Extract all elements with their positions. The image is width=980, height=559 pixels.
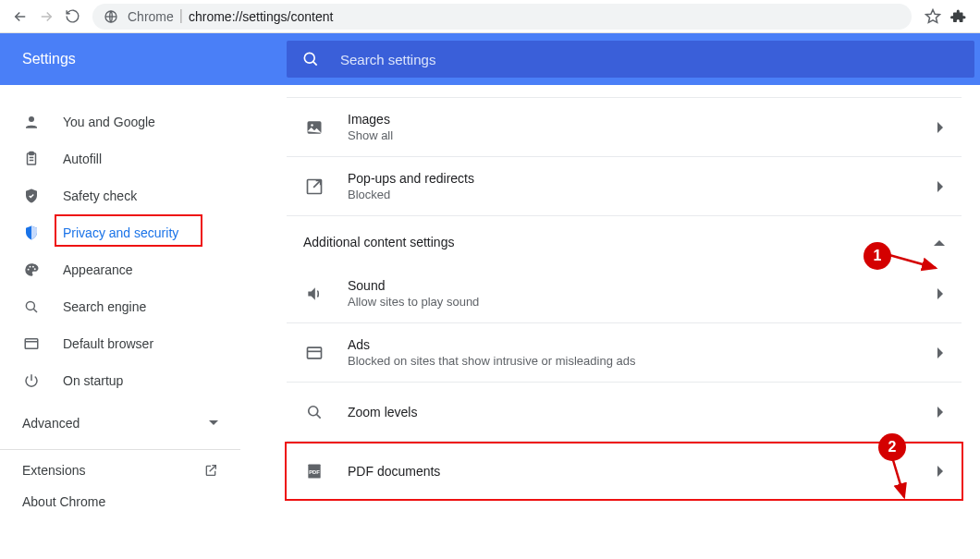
row-title: PDF documents (348, 464, 937, 479)
sidebar-item-default-browser[interactable]: Default browser (0, 325, 240, 362)
settings-search[interactable]: Search settings (287, 41, 974, 78)
browser-window-icon (22, 335, 41, 352)
shield-check-icon (22, 188, 41, 204)
reload-button[interactable] (59, 4, 85, 30)
svg-point-1 (304, 53, 314, 63)
clipboard-icon (22, 151, 41, 167)
settings-title: Settings (22, 51, 287, 67)
row-title: Zoom levels (348, 405, 937, 419)
image-icon (303, 118, 325, 137)
back-button[interactable] (7, 4, 33, 30)
annotation-arrow-2 (886, 458, 923, 504)
sidebar-item-privacy-security[interactable]: Privacy and security (0, 214, 240, 251)
row-sound[interactable]: Sound Allow sites to play sound (287, 264, 962, 323)
caret-down-icon (209, 419, 218, 428)
row-title: Sound (348, 278, 937, 293)
security-shield-icon (22, 225, 41, 241)
extensions-icon[interactable] (950, 8, 967, 25)
zoom-icon (303, 403, 325, 421)
row-images[interactable]: Images Show all (287, 98, 962, 157)
svg-point-12 (311, 124, 313, 127)
row-subtitle: Show all (348, 128, 937, 142)
sidebar-item-on-startup[interactable]: On startup (0, 362, 240, 399)
row-title: Pop-ups and redirects (348, 171, 937, 186)
annotation-badge-2: 2 (878, 433, 906, 461)
svg-point-5 (28, 269, 30, 271)
row-zoom-levels[interactable]: Zoom levels (287, 383, 962, 442)
magnifier-icon (22, 298, 41, 315)
svg-point-6 (30, 266, 31, 268)
sidebar-label: Safety check (63, 188, 137, 203)
sidebar-label: You and Google (63, 115, 155, 129)
svg-point-15 (309, 406, 318, 415)
sidebar-label: Appearance (63, 262, 133, 277)
annotation-arrow-1 (888, 251, 943, 279)
sidebar-extensions[interactable]: Extensions (0, 450, 240, 491)
external-link-icon (203, 463, 218, 478)
chevron-right-icon (937, 288, 945, 299)
svg-rect-14 (308, 347, 322, 358)
popup-icon (303, 177, 325, 196)
section-additional-content[interactable]: Additional content settings (287, 216, 962, 264)
forward-button[interactable] (33, 4, 59, 30)
section-header-label: Additional content settings (303, 235, 454, 249)
row-title: Images (348, 112, 937, 127)
chevron-right-icon (937, 466, 945, 477)
row-subtitle: Blocked (348, 188, 937, 201)
settings-header: Settings Search settings (0, 33, 980, 85)
svg-text:PDF: PDF (309, 469, 320, 475)
chevron-right-icon (937, 407, 945, 418)
settings-sidebar: You and Google Autofill Safety check Pri… (0, 85, 240, 559)
address-bar[interactable]: Chrome | chrome://settings/content (92, 4, 912, 30)
svg-rect-4 (30, 152, 34, 155)
chevron-up-icon (934, 238, 945, 246)
annotation-badge-1: 1 (864, 242, 891, 270)
content-pane: Images Show all Pop-ups and redirects Bl… (240, 85, 980, 559)
svg-rect-10 (25, 339, 38, 349)
sidebar-advanced[interactable]: Advanced (0, 399, 240, 442)
palette-icon (22, 261, 41, 278)
sidebar-item-search-engine[interactable]: Search engine (0, 288, 240, 325)
svg-point-8 (34, 268, 36, 270)
site-info-icon[interactable] (104, 9, 118, 24)
chevron-right-icon (937, 181, 945, 192)
url-text: chrome://settings/content (189, 9, 333, 24)
sidebar-item-autofill[interactable]: Autofill (0, 140, 240, 177)
cutoff-row (287, 85, 962, 98)
person-icon (22, 114, 41, 130)
row-pdf-documents[interactable]: PDF PDF documents (285, 442, 963, 501)
row-popups-redirects[interactable]: Pop-ups and redirects Blocked (287, 157, 962, 216)
browser-toolbar: Chrome | chrome://settings/content (0, 0, 980, 33)
sidebar-label: Privacy and security (63, 225, 178, 240)
row-subtitle: Blocked on sites that show intrusive or … (348, 354, 937, 368)
sidebar-item-safety-check[interactable]: Safety check (0, 177, 240, 214)
power-icon (22, 372, 41, 389)
sidebar-label: Default browser (63, 336, 153, 351)
url-label-chrome: Chrome (128, 9, 174, 24)
svg-point-9 (26, 301, 34, 310)
search-icon (301, 50, 320, 68)
sidebar-label: Autofill (63, 152, 102, 166)
sidebar-item-you-and-google[interactable]: You and Google (0, 103, 240, 140)
sidebar-item-appearance[interactable]: Appearance (0, 251, 240, 288)
extensions-label: Extensions (22, 463, 85, 478)
row-ads[interactable]: Ads Blocked on sites that show intrusive… (287, 323, 962, 383)
search-placeholder: Search settings (340, 52, 435, 67)
pdf-icon: PDF (303, 462, 325, 480)
url-separator: | (179, 7, 183, 24)
advanced-label: Advanced (22, 416, 80, 431)
sidebar-about-chrome[interactable]: About Chrome (0, 491, 240, 522)
sidebar-label: On startup (63, 373, 123, 388)
row-subtitle: Allow sites to play sound (348, 295, 937, 309)
sound-icon (303, 285, 325, 303)
svg-point-2 (29, 116, 34, 122)
chevron-right-icon (937, 347, 945, 358)
svg-point-7 (32, 266, 34, 268)
about-chrome-label: About Chrome (22, 494, 105, 509)
chevron-right-icon (937, 122, 945, 133)
row-title: Ads (348, 337, 937, 352)
ads-icon (303, 344, 325, 362)
sidebar-label: Search engine (63, 299, 146, 314)
bookmark-star-icon[interactable] (925, 8, 941, 25)
